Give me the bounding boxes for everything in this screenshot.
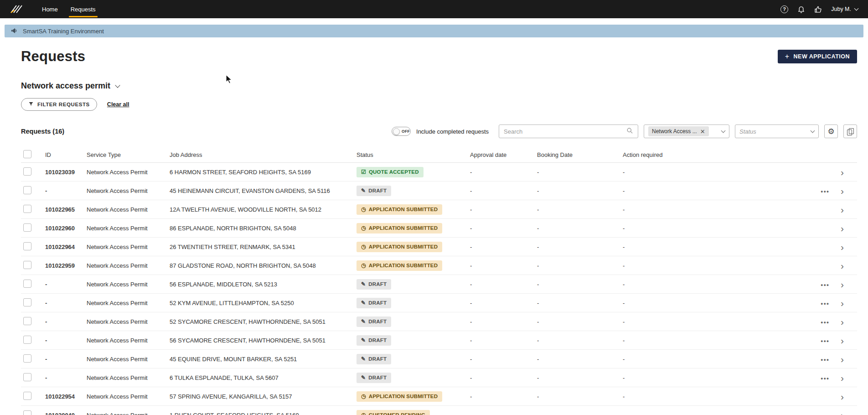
table-row[interactable]: - Network Access Permit 45 EQUINE DRIVE,… [21, 350, 857, 368]
status-filter-select[interactable]: Status [735, 124, 819, 138]
service-type: Network Access Permit [87, 412, 170, 415]
table-row[interactable]: 101022965 Network Access Permit 12A TWEL… [21, 200, 857, 219]
row-checkbox[interactable] [23, 336, 31, 344]
row-checkbox[interactable] [23, 261, 31, 269]
row-chevron-icon[interactable]: › [837, 317, 844, 327]
row-checkbox[interactable] [23, 317, 31, 325]
table-row[interactable]: 101022960 Network Access Permit 86 ESPLA… [21, 219, 857, 238]
megaphone-icon [10, 27, 18, 36]
request-id: 101022960 [45, 225, 87, 232]
service-type: Network Access Permit [87, 393, 170, 400]
column-header-job-address: Job Address [170, 151, 356, 158]
row-menu-icon[interactable]: ●●● [821, 320, 829, 325]
row-chevron-icon[interactable]: › [837, 261, 844, 270]
status-badge: ✎ DRAFT [356, 354, 391, 364]
row-checkbox[interactable] [23, 205, 31, 213]
user-menu[interactable]: Juby M. [831, 6, 858, 12]
request-id: - [45, 187, 87, 194]
clear-all-link[interactable]: Clear all [107, 101, 129, 108]
service-type-filter-select[interactable]: Network Access ... ✕ [644, 124, 729, 138]
permit-type-dropdown[interactable]: Network access permit [21, 81, 119, 91]
row-checkbox[interactable] [23, 242, 31, 250]
help-icon[interactable]: ? [780, 5, 788, 13]
row-checkbox[interactable] [23, 392, 31, 400]
gear-icon: ⚙ [827, 128, 834, 135]
row-chevron-icon[interactable]: › [837, 242, 844, 252]
row-checkbox[interactable] [23, 280, 31, 288]
table-row[interactable]: 101022964 Network Access Permit 26 TWENT… [21, 238, 857, 256]
row-checkbox[interactable] [23, 298, 31, 306]
row-menu-icon[interactable]: ●●● [821, 339, 829, 343]
status-badge: ◷ APPLICATION SUBMITTED [356, 223, 442, 233]
row-chevron-icon[interactable]: › [837, 223, 844, 233]
job-address: 12A TWELFTH AVENUE, WOODVILLE NORTH, SA … [170, 206, 356, 213]
booking-date: - [537, 244, 623, 250]
export-copy-button[interactable] [843, 124, 857, 138]
row-checkbox[interactable] [23, 354, 31, 363]
notifications-bell-icon[interactable] [797, 5, 805, 13]
row-checkbox[interactable] [23, 167, 31, 176]
action-required: - [623, 337, 821, 344]
table-row[interactable]: - Network Access Permit 52 KYM AVENUE, L… [21, 294, 857, 312]
filter-requests-button[interactable]: FILTER REQUESTS [21, 98, 97, 111]
row-checkbox[interactable] [23, 223, 31, 232]
job-address: 1 RHEN COURT, SEAFORD HEIGHTS, SA 5169 [170, 412, 356, 415]
row-chevron-icon[interactable]: › [837, 205, 844, 214]
service-type: Network Access Permit [87, 356, 170, 363]
remove-filter-icon[interactable]: ✕ [700, 129, 705, 135]
status-icon: ◷ [361, 394, 366, 399]
nav-item-home[interactable]: Home [36, 0, 64, 18]
row-checkbox[interactable] [23, 186, 31, 194]
column-settings-button[interactable]: ⚙ [824, 124, 838, 138]
row-checkbox[interactable] [23, 410, 31, 415]
row-menu-icon[interactable]: ●●● [821, 189, 829, 194]
table-row[interactable]: 101020040 Network Access Permit 1 RHEN C… [21, 406, 857, 415]
table-row[interactable]: - Network Access Permit 56 ESPLANADE, MI… [21, 275, 857, 294]
table-row[interactable]: 101022959 Network Access Permit 87 GLADS… [21, 256, 857, 275]
booking-date: - [537, 337, 623, 344]
feedback-thumbs-up-icon[interactable] [814, 5, 822, 13]
booking-date: - [537, 169, 623, 176]
row-chevron-icon[interactable]: › [837, 373, 844, 383]
toggle-knob [393, 128, 400, 135]
status-icon: ✎ [361, 337, 366, 343]
status-icon: ✎ [361, 188, 366, 193]
column-header-status: Status [356, 151, 470, 158]
table-row[interactable]: - Network Access Permit 45 HEINEMANN CIR… [21, 182, 857, 200]
copy-icon [847, 128, 853, 135]
chevron-down-icon [721, 129, 726, 133]
row-chevron-icon[interactable]: › [837, 392, 844, 401]
service-filter-chip[interactable]: Network Access ... ✕ [648, 126, 709, 136]
row-chevron-icon[interactable]: › [837, 410, 844, 415]
table-row[interactable]: - Network Access Permit 6 TULKA ESPLANAD… [21, 368, 857, 387]
row-chevron-icon[interactable]: › [837, 167, 844, 177]
row-chevron-icon[interactable]: › [837, 298, 844, 308]
row-chevron-icon[interactable]: › [837, 336, 844, 345]
row-menu-icon[interactable]: ●●● [821, 358, 829, 362]
job-address: 52 KYM AVENUE, LITTLEHAMPTON, SA 5250 [170, 300, 356, 306]
row-chevron-icon[interactable]: › [837, 354, 844, 364]
select-all-checkbox[interactable] [23, 150, 31, 158]
row-chevron-icon[interactable]: › [837, 186, 844, 196]
table-row[interactable]: 101022954 Network Access Permit 57 SPRIN… [21, 387, 857, 406]
job-address: 6 TULKA ESPLANADE, TULKA, SA 5607 [170, 374, 356, 381]
row-menu-icon[interactable]: ●●● [821, 283, 829, 287]
table-header-row: ID Service Type Job Address Status Appro… [21, 147, 857, 163]
table-row[interactable]: - Network Access Permit 52 SYCAMORE CRES… [21, 312, 857, 331]
nav-item-requests[interactable]: Requests [64, 0, 102, 18]
row-menu-icon[interactable]: ●●● [821, 376, 829, 381]
status-icon: ✎ [361, 319, 366, 324]
row-chevron-icon[interactable]: › [837, 280, 844, 289]
include-completed-toggle[interactable]: OFF [392, 127, 411, 136]
search-input[interactable] [504, 128, 626, 135]
table-row[interactable]: - Network Access Permit 56 SYCAMORE CRES… [21, 331, 857, 350]
page-title: Requests [21, 48, 85, 65]
booking-date: - [537, 300, 623, 306]
row-checkbox[interactable] [23, 373, 31, 381]
service-type: Network Access Permit [87, 169, 170, 176]
job-address: 86 ESPLANADE, NORTH BRIGHTON, SA 5048 [170, 225, 356, 232]
table-row[interactable]: 101023039 Network Access Permit 6 HARMON… [21, 163, 857, 182]
row-menu-icon[interactable]: ●●● [821, 301, 829, 306]
action-required: - [623, 262, 821, 269]
new-application-button[interactable]: + NEW APPLICATION [778, 50, 857, 63]
